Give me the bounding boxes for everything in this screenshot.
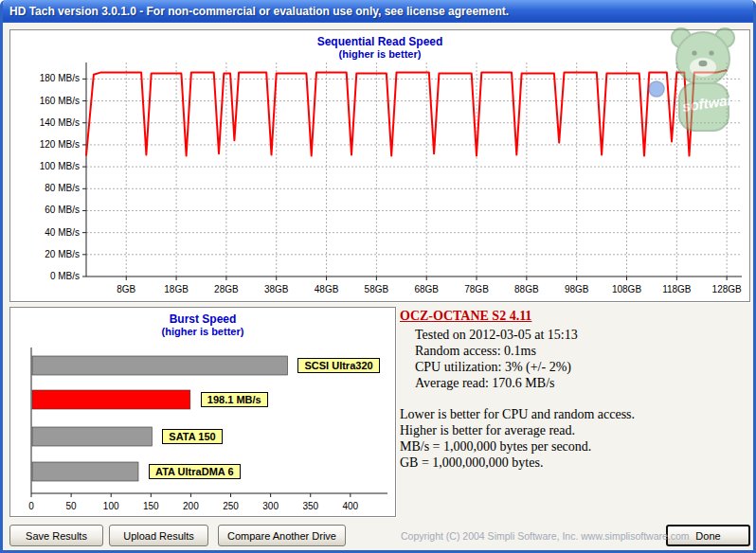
compare-another-drive-button[interactable]: Compare Another Drive <box>218 525 346 546</box>
drive-info-panel: OCZ-OCTANE S2 4.11 Tested on 2012-03-05 … <box>400 309 752 519</box>
svg-text:250: 250 <box>223 501 239 511</box>
window-title: HD Tach version 3.0.1.0 - For non-commer… <box>9 5 509 18</box>
cpu-utilization-line: CPU utilization: 3% (+/- 2%) <box>415 359 752 375</box>
svg-text:0 MB/s: 0 MB/s <box>50 271 80 281</box>
svg-text:350: 350 <box>302 501 318 511</box>
burst-chart-title: Burst Speed <box>10 308 395 326</box>
svg-text:28GB: 28GB <box>214 284 239 294</box>
svg-text:180 MB/s: 180 MB/s <box>40 73 80 83</box>
svg-text:108GB: 108GB <box>612 284 641 294</box>
sequential-read-panel: Sequential Read Speed (higher is better)… <box>9 29 750 302</box>
svg-text:78GB: 78GB <box>464 284 489 294</box>
upload-results-button[interactable]: Upload Results <box>109 525 208 546</box>
tested-on-line: Tested on 2012-03-05 at 15:13 <box>415 327 752 343</box>
svg-text:150: 150 <box>143 501 159 511</box>
svg-text:88GB: 88GB <box>514 284 539 294</box>
info-note: GB = 1,000,000,000 bytes. <box>400 455 752 471</box>
random-access-line: Random access: 0.1ms <box>415 343 752 359</box>
svg-text:400: 400 <box>342 501 358 511</box>
average-read-line: Average read: 170.6 MB/s <box>415 375 752 391</box>
svg-text:120 MB/s: 120 MB/s <box>40 139 80 150</box>
burst-speed-chart: 050100150200250300350400 <box>10 346 395 516</box>
svg-text:140 MB/s: 140 MB/s <box>40 117 80 128</box>
svg-text:100 MB/s: 100 MB/s <box>40 161 80 171</box>
save-results-button[interactable]: Save Results <box>9 525 103 546</box>
info-notes: Lower is better for CPU and random acces… <box>400 406 752 471</box>
sequential-read-chart: 0 MB/s20 MB/s40 MB/s60 MB/s80 MB/s100 MB… <box>10 57 749 301</box>
info-note: Higher is better for average read. <box>400 422 752 438</box>
svg-text:200: 200 <box>183 501 199 511</box>
svg-text:100: 100 <box>103 501 119 511</box>
copyright-text: Copyright (C) 2004 Simpli Software, Inc.… <box>401 530 685 542</box>
svg-text:48GB: 48GB <box>315 284 339 294</box>
svg-text:58GB: 58GB <box>365 284 389 294</box>
sequential-chart-title: Sequential Read Speed <box>10 30 749 48</box>
svg-text:20 MB/s: 20 MB/s <box>45 249 80 259</box>
svg-text:50: 50 <box>66 501 78 511</box>
svg-text:300: 300 <box>262 501 279 511</box>
burst-chart-subtitle: (higher is better) <box>10 326 395 337</box>
svg-text:60 MB/s: 60 MB/s <box>45 205 80 215</box>
svg-text:80 MB/s: 80 MB/s <box>45 183 80 193</box>
svg-text:160 MB/s: 160 MB/s <box>40 96 80 106</box>
burst-speed-panel: Burst Speed (higher is better) 050100150… <box>9 307 396 517</box>
drive-name: OCZ-OCTANE S2 4.11 <box>400 309 752 324</box>
title-bar[interactable]: HD Tach version 3.0.1.0 - For non-commer… <box>3 0 753 23</box>
svg-text:68GB: 68GB <box>414 284 439 294</box>
info-note: Lower is better for CPU and random acces… <box>400 406 752 422</box>
svg-text:98GB: 98GB <box>565 284 589 294</box>
svg-text:0: 0 <box>28 501 34 511</box>
svg-text:38GB: 38GB <box>264 284 289 294</box>
svg-text:18GB: 18GB <box>164 284 189 294</box>
svg-text:118GB: 118GB <box>662 284 692 294</box>
svg-text:8GB: 8GB <box>117 284 135 294</box>
info-note: MB/s = 1,000,000 bytes per second. <box>400 438 752 455</box>
hd-tach-window: HD Tach version 3.0.1.0 - For non-commer… <box>0 0 756 553</box>
svg-text:128GB: 128GB <box>712 284 742 294</box>
svg-text:40 MB/s: 40 MB/s <box>45 227 80 238</box>
